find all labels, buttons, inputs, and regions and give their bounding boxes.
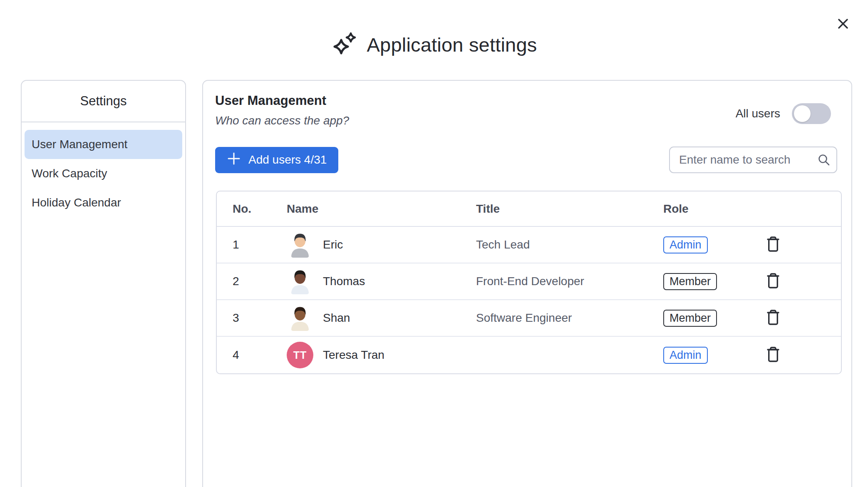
column-header: No. — [233, 202, 287, 216]
panel-subtitle: Who can access the app? — [215, 114, 349, 127]
user-name: Teresa Tran — [323, 348, 384, 362]
delete-user-button[interactable] — [763, 307, 783, 330]
sidebar-item-holiday-calendar[interactable]: Holiday Calendar — [25, 188, 182, 217]
role-badge-admin[interactable]: Admin — [663, 347, 708, 364]
add-users-label: Add users 4/31 — [248, 153, 327, 166]
column-header: Title — [476, 202, 663, 216]
user-avatar: TT — [287, 342, 313, 368]
user-management-panel: User Management Who can access the app? … — [202, 80, 852, 487]
all-users-label: All users — [736, 107, 780, 120]
user-name: Thomas — [323, 275, 365, 288]
toolbar: Add users 4/31 — [215, 147, 839, 173]
sparkles-icon — [331, 30, 359, 59]
sidebar-item-work-capacity[interactable]: Work Capacity — [25, 159, 182, 188]
role-badge-member[interactable]: Member — [663, 273, 717, 290]
search-input[interactable] — [669, 147, 837, 173]
table-header-row: No.NameTitleRole — [217, 191, 841, 227]
sidebar-list: User ManagementWork CapacityHoliday Cale… — [22, 122, 185, 217]
table-row: 3 Shan Software Engineer Member — [217, 300, 841, 337]
role-badge-member[interactable]: Member — [663, 310, 717, 327]
delete-user-button[interactable] — [763, 234, 783, 256]
close-icon — [836, 17, 850, 32]
row-number: 4 — [233, 348, 287, 362]
user-avatar — [287, 305, 313, 331]
page-title: Application settings — [367, 33, 537, 56]
search-box — [669, 147, 837, 173]
row-number: 1 — [233, 238, 287, 251]
user-title: Software Engineer — [476, 311, 663, 325]
trash-icon — [765, 272, 781, 290]
settings-sidebar: Settings User ManagementWork CapacityHol… — [21, 80, 186, 487]
table-row: 1 Eric Tech Lead Admin — [217, 227, 841, 263]
delete-user-button[interactable] — [763, 344, 783, 367]
row-number: 3 — [233, 311, 287, 325]
sidebar-title: Settings — [22, 81, 185, 122]
trash-icon — [765, 235, 781, 253]
user-name: Shan — [323, 311, 350, 325]
add-users-button[interactable]: Add users 4/31 — [215, 147, 338, 173]
trash-icon — [765, 308, 781, 327]
delete-user-button[interactable] — [763, 270, 783, 293]
panel-header: User Management Who can access the app? … — [215, 93, 839, 127]
table-row: 4 TT Teresa Tran Admin — [217, 337, 841, 373]
all-users-toggle[interactable] — [792, 103, 831, 124]
modal-header: Application settings — [0, 30, 868, 59]
row-number: 2 — [233, 275, 287, 288]
role-badge-admin[interactable]: Admin — [663, 236, 708, 253]
table-body: 1 Eric Tech Lead Admin 2 Thomas Front-En… — [217, 227, 841, 373]
trash-icon — [765, 345, 781, 364]
column-header: Name — [287, 202, 476, 216]
table-row: 2 Thomas Front-End Developer Member — [217, 263, 841, 300]
users-table: No.NameTitleRole 1 Eric Tech Lead Admin … — [216, 191, 842, 374]
sidebar-item-user-management[interactable]: User Management — [25, 130, 182, 159]
user-title: Tech Lead — [476, 238, 663, 251]
column-header: Role — [663, 202, 763, 216]
user-avatar — [287, 268, 313, 295]
panel-title: User Management — [215, 93, 349, 108]
plus-icon — [227, 152, 241, 169]
toggle-knob — [794, 105, 811, 122]
user-title: Front-End Developer — [476, 275, 663, 288]
user-name: Eric — [323, 238, 343, 251]
user-avatar — [287, 231, 313, 258]
